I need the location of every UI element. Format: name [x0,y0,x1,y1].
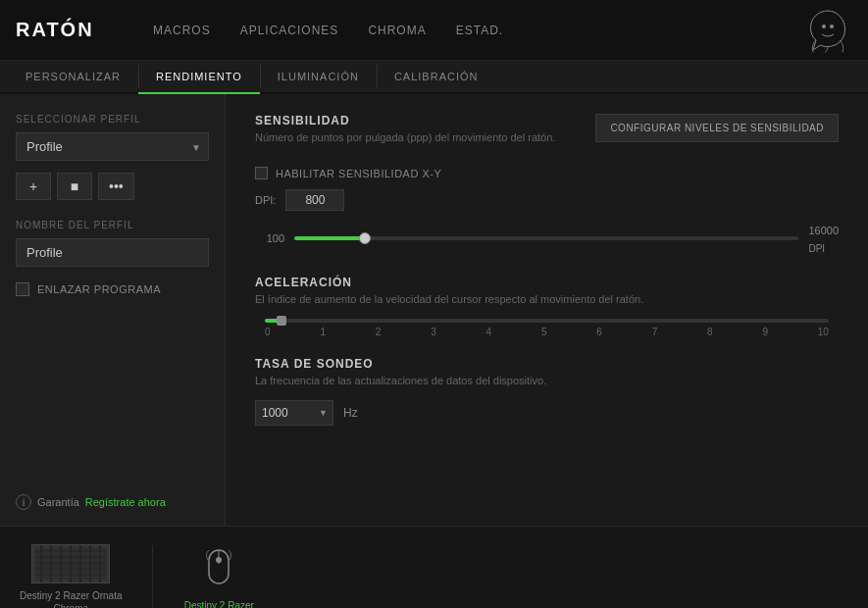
slider-track [294,236,798,240]
device-mouse[interactable]: Destiny 2 RazerDeathAdder Elite [182,534,257,609]
tick-3: 3 [431,327,436,337]
sensitivity-desc: Número de puntos por pulgada (ppp) del m… [255,131,555,143]
tick-0: 0 [265,327,271,337]
device-keyboard[interactable]: Destiny 2 Razer OrnataChroma [20,544,123,609]
tick-1: 1 [320,327,326,337]
svg-point-4 [216,557,222,563]
link-program-label: ENLAZAR PROGRAMA [37,283,161,295]
mouse-label: Destiny 2 RazerDeathAdder Elite [182,599,257,609]
tick-7: 7 [652,327,658,337]
polling-select-container: 125 250 500 1000 ▼ [255,400,333,426]
enable-xy-label: HABILITAR SENSIBILIDAD X-Y [276,168,441,179]
info-icon: i [16,494,31,510]
dpi-input[interactable]: 800 [285,189,344,211]
sensitivity-info: SENSIBILIDAD Número de puntos por pulgad… [255,114,555,157]
tick-8: 8 [707,327,713,337]
acceleration-section: ACELERACIóN El índice de aumento de la v… [255,276,839,337]
guarantee-text: Garantía [37,496,79,508]
tick-9: 9 [762,327,768,337]
tick-5: 5 [541,327,547,337]
tab-calibracion[interactable]: CALIBRACIóN [377,61,496,94]
top-nav: MACROS APLICACIONES CHROMA ESTAD. [153,20,803,41]
main-content: SELECCIONAR PERFIL Profile ▼ + ■ ••• NOM… [0,94,868,526]
slider-min-label: 100 [255,232,284,244]
dpi-row: DPI: 800 [255,189,839,211]
mouse-icon [201,536,236,591]
configure-levels-button[interactable]: CONFIGURAR NIVELES DE SENSIBILIDAD [595,114,839,142]
slider-max-value: 16000 [808,225,839,236]
sensitivity-slider-container: 100 16000 DPI [255,221,839,256]
top-nav-chroma[interactable]: CHROMA [368,20,426,41]
link-program-row: ENLAZAR PROGRAMA [16,282,209,296]
sensitivity-title: SENSIBILIDAD [255,114,555,127]
acceleration-title: ACELERACIóN [255,276,839,289]
acceleration-slider-wrapper [255,319,839,323]
profile-name-label: NOMBRE DEL PERFIL [16,220,209,230]
keyboard-image [31,544,110,583]
tab-iluminacion[interactable]: ILUMINACIóN [260,61,377,94]
acceleration-slider[interactable] [265,319,829,323]
tick-10: 10 [818,327,829,337]
svg-point-1 [830,25,834,28]
top-nav-aplicaciones[interactable]: APLICACIONES [240,20,339,41]
top-bar: RATóN MACROS APLICACIONES CHROMA ESTAD. [0,0,868,61]
slider-thumb[interactable] [359,232,371,244]
sub-nav: PERSONALIZAR RENDIMIENTO ILUMINACIóN CAL… [0,61,868,94]
razer-logo [803,6,852,55]
right-panel: SENSIBILIDAD Número de puntos por pulgad… [226,94,868,526]
sensitivity-section: SENSIBILIDAD Número de puntos por pulgad… [255,114,839,256]
profile-select[interactable]: Profile [16,132,209,161]
tab-personalizar[interactable]: PERSONALIZAR [8,61,138,94]
top-nav-macros[interactable]: MACROS [153,20,211,41]
acceleration-desc: El índice de aumento de la velocidad del… [255,293,839,305]
accel-thumb[interactable] [277,316,286,326]
polling-section: TASA DE SONDEO La frecuencia de las actu… [255,357,839,426]
slider-max-group: 16000 DPI [808,221,839,256]
polling-select[interactable]: 125 250 500 1000 [255,400,333,426]
link-program-checkbox[interactable] [16,282,29,296]
select-profile-label: SELECCIONAR PERFIL [16,114,209,125]
sidebar: SELECCIONAR PERFIL Profile ▼ + ■ ••• NOM… [0,94,226,526]
polling-desc: La frecuencia de las actualizaciones de … [255,375,839,386]
polling-title: TASA DE SONDEO [255,357,839,371]
tab-rendimiento[interactable]: RENDIMIENTO [138,61,260,94]
device-bar: Destiny 2 Razer OrnataChroma Destiny 2 R… [0,526,868,608]
add-profile-button[interactable]: + [16,173,51,200]
top-nav-estadisticas[interactable]: ESTAD. [456,20,503,41]
more-options-button[interactable]: ••• [98,173,134,200]
delete-profile-button[interactable]: ■ [57,173,92,200]
enable-xy-row: HABILITAR SENSIBILIDAD X-Y [255,167,839,179]
tick-4: 4 [486,327,492,337]
profile-name-input[interactable]: Profile [16,238,209,267]
mouse-image [194,534,243,593]
sensitivity-header: SENSIBILIDAD Número de puntos por pulgad… [255,114,839,157]
accel-ticks: 0 1 2 3 4 5 6 7 8 9 10 [265,327,829,337]
keyboard-label: Destiny 2 Razer OrnataChroma [20,589,123,609]
guarantee-row: i Garantía Regístrate ahora [16,494,166,510]
profile-actions: + ■ ••• [16,173,209,200]
tick-6: 6 [596,327,602,337]
register-link[interactable]: Regístrate ahora [85,496,166,508]
slider-max-unit: DPI [808,243,825,254]
polling-unit: Hz [343,406,358,420]
tick-2: 2 [376,327,382,337]
app-title: RATóN [16,19,114,41]
svg-point-0 [822,25,826,28]
slider-fill [294,236,365,240]
sensitivity-slider[interactable] [294,228,798,248]
device-divider [152,545,153,609]
enable-xy-checkbox[interactable] [255,167,268,179]
dpi-label: DPI: [255,194,276,206]
profile-select-wrapper: Profile ▼ [16,132,209,161]
